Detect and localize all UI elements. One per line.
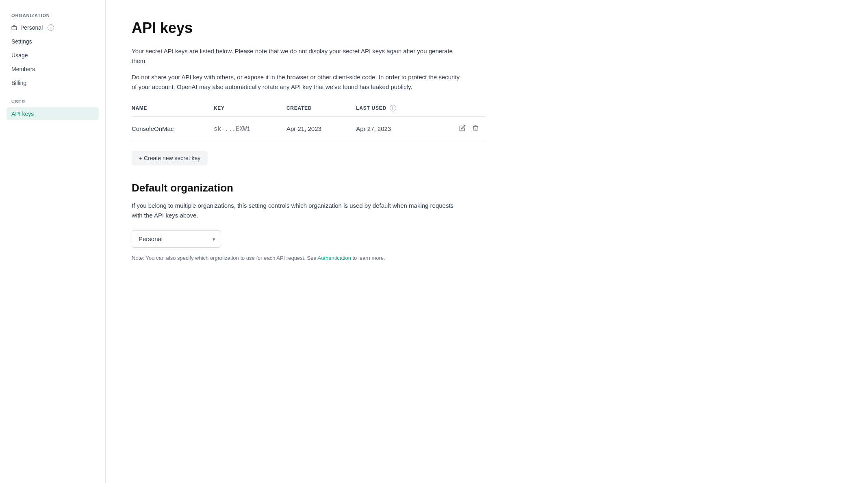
briefcase-icon [11, 25, 17, 30]
sidebar-item-personal[interactable]: Personal i [7, 21, 99, 34]
info-icon[interactable]: i [48, 24, 54, 31]
description-2: Do not share your API key with others, o… [132, 72, 465, 92]
col-header-key: KEY [214, 102, 286, 117]
key-created: Apr 21, 2023 [286, 117, 356, 141]
delete-key-button[interactable] [470, 123, 481, 134]
org-select[interactable]: Personal [132, 230, 221, 248]
col-header-name: NAME [132, 102, 214, 117]
authentication-link[interactable]: Authentication [317, 255, 351, 261]
org-select-wrapper: Personal ▾ [132, 230, 221, 248]
sidebar-item-usage-label: Usage [11, 52, 28, 59]
sidebar-item-api-keys[interactable]: API keys [7, 107, 99, 120]
key-value: sk-...EXWi [214, 117, 286, 141]
sidebar: ORGANIZATION Personal i Settings Usage M… [0, 0, 106, 483]
note-text: Note: You can also specify which organiz… [132, 254, 465, 263]
last-used-info-icon[interactable]: i [390, 105, 396, 111]
default-org-title: Default organization [132, 182, 486, 194]
key-name: ConsoleOnMac [132, 117, 214, 141]
description-1: Your secret API keys are listed below. P… [132, 46, 465, 66]
page-title: API keys [132, 20, 486, 37]
sidebar-item-members[interactable]: Members [7, 63, 99, 76]
create-key-label: + Create new secret key [139, 155, 200, 161]
sidebar-item-api-keys-label: API keys [11, 111, 34, 117]
col-header-actions [435, 102, 486, 117]
user-section-label: USER [7, 99, 99, 104]
table-row: ConsoleOnMac sk-...EXWi Apr 21, 2023 Apr… [132, 117, 486, 141]
org-section-label: ORGANIZATION [7, 13, 99, 18]
svg-rect-0 [12, 26, 17, 30]
sidebar-item-billing-label: Billing [11, 80, 26, 86]
sidebar-item-settings-label: Settings [11, 38, 32, 45]
sidebar-item-members-label: Members [11, 66, 35, 72]
sidebar-item-billing[interactable]: Billing [7, 76, 99, 89]
main-content: API keys Your secret API keys are listed… [106, 0, 512, 483]
sidebar-item-personal-label: Personal [20, 24, 43, 31]
key-last-used: Apr 27, 2023 [356, 117, 434, 141]
sidebar-item-settings[interactable]: Settings [7, 35, 99, 48]
col-header-last-used: LAST USED i [356, 102, 434, 117]
sidebar-item-usage[interactable]: Usage [7, 49, 99, 62]
col-header-created: CREATED [286, 102, 356, 117]
default-org-description: If you belong to multiple organizations,… [132, 201, 465, 220]
key-actions [435, 117, 486, 141]
edit-key-button[interactable] [457, 123, 468, 134]
create-new-secret-key-button[interactable]: + Create new secret key [132, 151, 208, 165]
api-keys-table: NAME KEY CREATED LAST USED i ConsoleOnMa… [132, 102, 486, 141]
